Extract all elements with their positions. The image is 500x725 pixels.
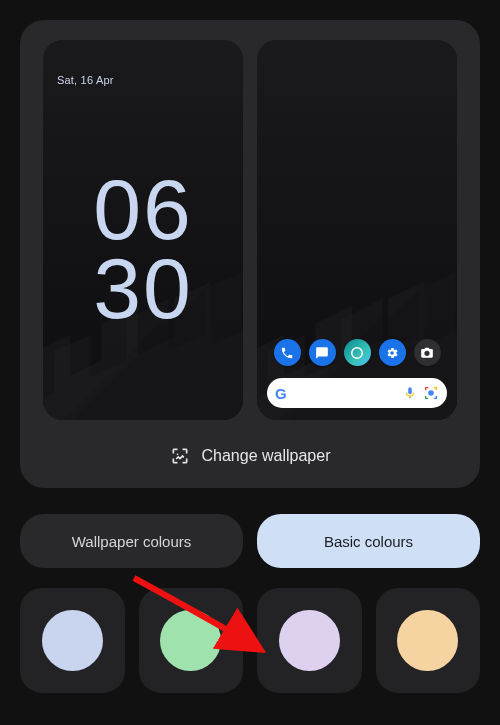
svg-point-10 bbox=[176, 454, 178, 456]
homescreen-preview[interactable]: G bbox=[257, 40, 457, 420]
tab-wallpaper-colours[interactable]: Wallpaper colours bbox=[20, 514, 243, 568]
mic-icon bbox=[403, 386, 417, 400]
wallpaper-icon bbox=[170, 446, 190, 466]
change-wallpaper-button[interactable]: Change wallpaper bbox=[36, 446, 464, 466]
lens-icon bbox=[423, 385, 439, 401]
lockscreen-clock: 06 30 bbox=[43, 170, 243, 328]
app-icon-edge bbox=[344, 339, 371, 366]
swatch-color bbox=[42, 610, 103, 671]
app-icon-phone bbox=[274, 339, 301, 366]
swatch-color bbox=[160, 610, 221, 671]
swatch-option-2[interactable] bbox=[139, 588, 244, 693]
app-icon-settings bbox=[379, 339, 406, 366]
app-dock bbox=[257, 339, 457, 366]
tab-label: Basic colours bbox=[324, 533, 413, 550]
svg-point-0 bbox=[352, 347, 363, 358]
swatch-color bbox=[397, 610, 458, 671]
swatch-option-3[interactable] bbox=[257, 588, 362, 693]
svg-rect-7 bbox=[425, 396, 426, 399]
lockscreen-preview[interactable]: Sat, 16 Apr 06 30 bbox=[43, 40, 243, 420]
previews-row: Sat, 16 Apr 06 30 bbox=[36, 40, 464, 420]
swatch-color bbox=[279, 610, 340, 671]
change-wallpaper-label: Change wallpaper bbox=[202, 447, 331, 465]
clock-minutes: 30 bbox=[43, 249, 243, 328]
swatch-option-4[interactable] bbox=[376, 588, 481, 693]
svg-rect-5 bbox=[436, 387, 437, 390]
lockscreen-date: Sat, 16 Apr bbox=[57, 74, 114, 86]
svg-rect-9 bbox=[436, 396, 437, 399]
google-logo-icon: G bbox=[275, 385, 287, 402]
svg-point-1 bbox=[428, 390, 434, 396]
app-icon-camera bbox=[414, 339, 441, 366]
preview-panel: Sat, 16 Apr 06 30 bbox=[20, 20, 480, 488]
swatch-option-1[interactable] bbox=[20, 588, 125, 693]
svg-rect-3 bbox=[425, 387, 426, 390]
tab-label: Wallpaper colours bbox=[72, 533, 192, 550]
colour-source-tabs: Wallpaper colours Basic colours bbox=[20, 514, 480, 568]
app-icon-messages bbox=[309, 339, 336, 366]
colour-swatches bbox=[20, 588, 480, 693]
clock-hours: 06 bbox=[43, 170, 243, 249]
google-search-bar: G bbox=[267, 378, 447, 408]
tab-basic-colours[interactable]: Basic colours bbox=[257, 514, 480, 568]
